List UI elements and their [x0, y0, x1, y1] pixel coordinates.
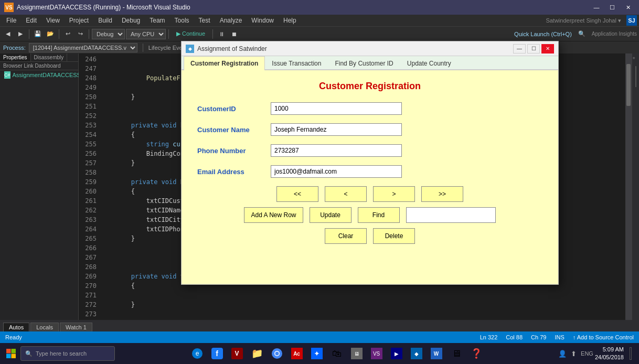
toolbar-misc-1[interactable]: ⏸: [216, 29, 227, 39]
right-panel-btn-1[interactable]: +: [633, 56, 639, 62]
menu-view[interactable]: View: [42, 15, 64, 26]
dialog-content: Customer Registration CustomerID Custome…: [182, 70, 558, 284]
add-row-btn[interactable]: Add A New Row: [244, 207, 303, 223]
taskbar-app-vs[interactable]: VS: [367, 344, 386, 363]
dialog-restore-btn[interactable]: ☐: [527, 44, 540, 53]
tab-locals[interactable]: Locals: [30, 323, 59, 331]
tray-person-icon: 👤: [558, 350, 567, 358]
tab-issue-transaction[interactable]: Issue Transaction: [265, 56, 328, 70]
taskbar-app-store[interactable]: 🛍: [327, 344, 346, 363]
tab-find-by-customer-id[interactable]: Find By Customer ID: [328, 56, 400, 70]
menu-edit[interactable]: Edit: [22, 15, 41, 26]
v-icon: V: [231, 348, 243, 359]
taskbar-app-dropbox[interactable]: ✦: [307, 344, 326, 363]
nav-first-btn[interactable]: <<: [276, 186, 318, 202]
store-icon: 🛍: [332, 348, 342, 359]
toolbar-redo-btn[interactable]: ↪: [74, 29, 86, 39]
show-desktop-button[interactable]: [625, 344, 636, 363]
input-customerid[interactable]: [271, 102, 402, 115]
menu-help[interactable]: Help: [279, 15, 301, 26]
toolbar-undo-btn[interactable]: ↩: [62, 29, 73, 39]
taskbar-app-folder[interactable]: 📁: [248, 344, 267, 363]
taskbar-app-v[interactable]: V: [228, 344, 247, 363]
toolbar-open-btn[interactable]: 📂: [45, 29, 56, 39]
minimize-button[interactable]: —: [590, 2, 603, 13]
start-button[interactable]: [3, 346, 19, 361]
menu-build[interactable]: Build: [94, 15, 116, 26]
update-btn[interactable]: Update: [310, 207, 352, 223]
menu-test[interactable]: Test: [195, 15, 215, 26]
cpu-combo[interactable]: Any CPU: [126, 29, 166, 39]
toolbar-back-btn[interactable]: ◀: [2, 29, 14, 39]
folder-icon: 📁: [251, 348, 263, 359]
taskbar-app-blue[interactable]: ◆: [407, 344, 426, 363]
form-row-phonenumber: Phone Number: [197, 144, 542, 157]
menu-team[interactable]: Team: [145, 15, 169, 26]
svg-rect-3: [12, 354, 16, 359]
clear-btn[interactable]: Clear: [325, 228, 367, 244]
toolbar-quick-launch-search[interactable]: 🔍: [576, 29, 588, 39]
solution-name: AssignmentDATAACCESS: [13, 72, 81, 78]
restore-button[interactable]: ☐: [605, 2, 619, 13]
form-row-customerid: CustomerID: [197, 102, 542, 115]
tab-customer-registration[interactable]: Customer Registration: [184, 56, 265, 70]
tab-watch1[interactable]: Watch 1: [60, 323, 92, 331]
browser-link-dashboard-tab[interactable]: Browser Link Dashboard: [0, 62, 78, 70]
solution-item[interactable]: C# AssignmentDATAACCESS: [0, 70, 78, 80]
editor-scrollbar[interactable]: [625, 53, 632, 320]
debug-config-combo[interactable]: Debug: [92, 29, 125, 39]
input-customername[interactable]: [271, 123, 402, 136]
process-selector[interactable]: [12044] AssignmentDATAACCESS.v: [29, 43, 137, 52]
menu-debug[interactable]: Debug: [118, 15, 144, 26]
menu-file[interactable]: File: [2, 15, 20, 26]
tab-autos[interactable]: Autos: [3, 323, 29, 331]
menu-tools[interactable]: Tools: [171, 15, 194, 26]
taskbar-app-remote[interactable]: 🖥: [347, 344, 366, 363]
taskbar-app-fb[interactable]: f: [208, 344, 227, 363]
taskbar-search-box[interactable]: 🔍 Type here to search: [20, 346, 115, 361]
show-desktop-icon: [630, 347, 632, 360]
tab-update-country[interactable]: Update Country: [400, 56, 458, 70]
continue-button[interactable]: ▶ Continue: [172, 29, 210, 39]
bottom-buttons-row: Clear Delete: [197, 228, 542, 244]
scrollbar-thumb[interactable]: [626, 64, 631, 106]
find-input[interactable]: [406, 207, 496, 223]
close-window-button[interactable]: ✕: [621, 2, 635, 13]
panel-tab-disassembly[interactable]: Disassembly: [31, 53, 68, 61]
taskbar-app-help[interactable]: ❓: [467, 344, 486, 363]
dialog-minimize-btn[interactable]: —: [513, 44, 526, 53]
vs-taskbar-icon: VS: [371, 348, 382, 359]
taskbar-app-edge[interactable]: e: [188, 344, 207, 363]
nav-next-btn[interactable]: >: [373, 186, 415, 202]
nav-prev-btn[interactable]: <: [325, 186, 367, 202]
find-btn[interactable]: Find: [358, 207, 400, 223]
taskbar-app-acrobat[interactable]: Ac: [287, 344, 306, 363]
panel-tab-properties[interactable]: Properties: [0, 53, 31, 61]
toolbar-save-btn[interactable]: 💾: [32, 29, 44, 39]
taskbar-app-word[interactable]: W: [427, 344, 446, 363]
dialog-title-text: Assignment of Satwinder: [197, 45, 513, 52]
menu-window[interactable]: Window: [247, 15, 278, 26]
search-placeholder: Type here to search: [36, 350, 87, 357]
svg-text:e: e: [195, 350, 199, 357]
taskbar-app-chrome[interactable]: [268, 344, 286, 363]
nav-last-btn[interactable]: >>: [421, 186, 463, 202]
taskbar-clock[interactable]: 5:09 AM 24/05/2018: [595, 346, 624, 362]
status-col: Col 88: [506, 334, 523, 340]
toolbar-misc-2[interactable]: ⏹: [228, 29, 240, 39]
input-emailaddress[interactable]: [271, 165, 402, 178]
delete-btn[interactable]: Delete: [373, 228, 415, 244]
dialog-close-btn[interactable]: ✕: [541, 44, 554, 53]
toolbar-fwd-btn[interactable]: ▶: [15, 29, 26, 39]
input-phonenumber[interactable]: [271, 144, 402, 157]
title-bar: VS AssignmentDATAACCESS (Running) - Micr…: [0, 0, 639, 15]
taskbar-app-monitor[interactable]: 🖥: [447, 344, 466, 363]
status-ch: Ch 79: [531, 334, 546, 340]
taskbar-app-rider[interactable]: ▶: [387, 344, 406, 363]
label-emailaddress: Email Address: [197, 168, 271, 176]
right-panel-divider: [635, 66, 636, 87]
menu-project[interactable]: Project: [65, 15, 93, 26]
menu-analyze[interactable]: Analyze: [216, 15, 247, 26]
status-add-to-source[interactable]: ↑ Add to Source Control: [573, 334, 634, 340]
vs-logo-icon: VS: [4, 3, 14, 12]
